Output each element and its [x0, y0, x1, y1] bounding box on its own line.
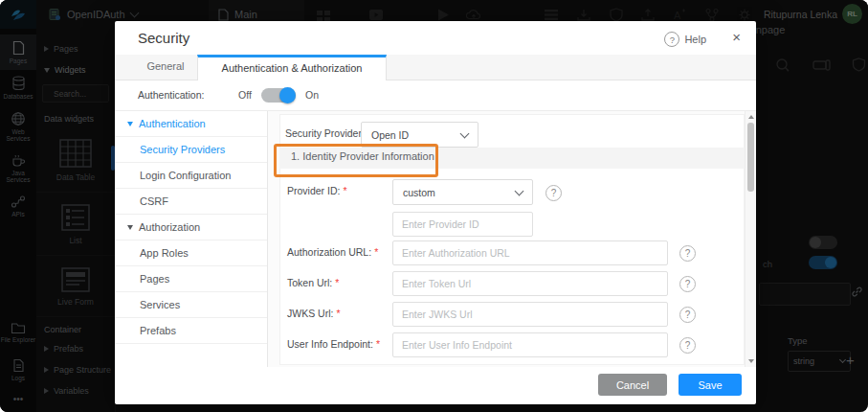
scroll-up-icon — [748, 115, 754, 119]
token-url-input[interactable] — [392, 271, 668, 296]
help-icon[interactable]: ? — [679, 337, 696, 354]
provider-id-input[interactable] — [392, 212, 533, 237]
authentication-label: Authentication: — [138, 89, 204, 101]
toggle-off-label: Off — [238, 89, 252, 101]
user-info-endpoint-label: User Info Endpoint:* — [287, 338, 380, 350]
provider-id-label: Provider ID:* — [287, 185, 347, 196]
tab-authentication-authorization[interactable]: Authentication & Authorization — [197, 55, 387, 80]
field-label-text: Token Url: — [287, 277, 332, 288]
authorization-url-input[interactable] — [392, 240, 668, 265]
toggle-on-label: On — [305, 89, 319, 101]
nav-item-prefabs[interactable]: Prefabs — [115, 318, 267, 344]
authentication-switch[interactable] — [261, 88, 296, 103]
switch-knob — [279, 87, 296, 103]
provider-id-select[interactable]: custom — [392, 179, 533, 205]
field-label-text: Authorization URL: — [287, 246, 371, 258]
help-icon[interactable]: ? — [545, 185, 562, 201]
scrollbar-thumb[interactable] — [747, 123, 754, 192]
security-provider-label: Security Provider: — [285, 127, 365, 139]
user-info-endpoint-input[interactable] — [392, 332, 668, 357]
nav-group-label: Authorization — [139, 215, 200, 240]
dialog-tabbar: General Authentication & Authorization — [115, 55, 756, 80]
caret-down-icon — [127, 122, 133, 126]
save-button[interactable]: Save — [679, 374, 742, 396]
nav-item-services[interactable]: Services — [115, 292, 267, 318]
help-icon[interactable]: ? — [679, 307, 696, 323]
dialog-body: Authentication Security Providers Login … — [115, 110, 756, 367]
help-icon: ? — [664, 32, 679, 47]
nav-item-security-providers[interactable]: Security Providers — [115, 137, 267, 163]
required-asterisk: * — [374, 246, 378, 258]
required-asterisk: * — [336, 308, 340, 319]
form-scrollbar[interactable] — [745, 111, 756, 367]
nav-group-authentication[interactable]: Authentication — [115, 111, 267, 137]
select-value: Open ID — [371, 129, 409, 141]
select-value: custom — [403, 187, 435, 198]
help-label: Help — [684, 34, 706, 45]
section-title: 1. Identity Provider Information — [291, 150, 434, 162]
cancel-button[interactable]: Cancel — [598, 374, 667, 396]
tab-general[interactable]: General — [134, 55, 197, 80]
field-label-text: User Info Endpoint: — [287, 338, 373, 350]
close-icon[interactable]: × — [732, 29, 741, 45]
dialog-title: Security — [138, 30, 189, 46]
jwks-url-label: JWKS Url:* — [287, 308, 341, 319]
authorization-url-label: Authorization URL:* — [287, 246, 378, 258]
jwks-url-input[interactable] — [392, 302, 668, 327]
nav-group-authorization[interactable]: Authorization — [115, 215, 267, 240]
chevron-down-icon — [515, 186, 524, 195]
caret-down-icon — [127, 225, 133, 230]
nav-item-app-roles[interactable]: App Roles — [115, 240, 267, 266]
field-label-text: JWKS Url: — [287, 308, 333, 319]
field-label-text: Provider ID: — [287, 185, 340, 196]
app-window: OpenIDAuth Main A Ritupurna Lenka RL Pag… — [0, 0, 868, 412]
nav-item-login-configuration[interactable]: Login Configuration — [115, 163, 267, 189]
nav-item-pages[interactable]: Pages — [115, 266, 267, 292]
screenshot: OpenIDAuth Main A Ritupurna Lenka RL Pag… — [0, 0, 868, 412]
security-provider-select[interactable]: Open ID — [361, 122, 479, 148]
help-icon[interactable]: ? — [679, 276, 696, 292]
required-asterisk: * — [376, 338, 380, 350]
required-asterisk: * — [343, 185, 346, 196]
required-asterisk: * — [335, 277, 339, 288]
nav-item-csrf[interactable]: CSRF — [115, 189, 267, 215]
token-url-label: Token Url:* — [287, 277, 339, 288]
help-icon[interactable]: ? — [679, 245, 696, 262]
help-button[interactable]: ? Help — [664, 32, 706, 47]
security-dialog: Security ? Help × General Authentication… — [115, 21, 756, 404]
security-nav: Authentication Security Providers Login … — [115, 111, 268, 367]
provider-form: Security Provider: Open ID 1. Identity P… — [268, 111, 745, 367]
chevron-down-icon — [460, 128, 470, 138]
authentication-toggle-row: Authentication: Off On — [115, 80, 756, 110]
scroll-down-icon — [748, 359, 754, 363]
nav-group-label: Authentication — [139, 111, 206, 136]
